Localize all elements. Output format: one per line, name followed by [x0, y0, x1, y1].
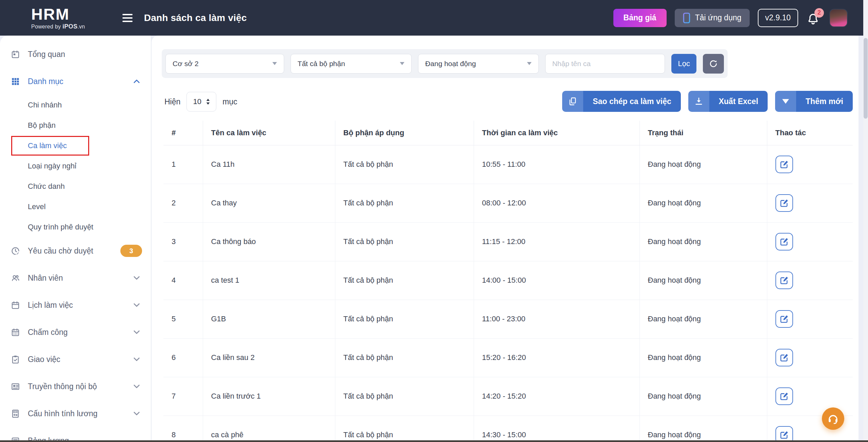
table-row: 4 ca test 1 Tất cả bộ phận 14:00 - 15:00…: [163, 261, 853, 300]
edit-shift-button[interactable]: [775, 272, 793, 289]
column-header-time: Thời gian ca làm việc: [474, 121, 639, 145]
facility-select[interactable]: Cơ sở 2: [165, 54, 284, 74]
table-row: 1 Ca 11h Tất cả bộ phận 10:55 - 11:00 Đa…: [163, 145, 853, 184]
table-row: 5 G1B Tất cả bộ phận 11:00 - 23:00 Đang …: [163, 300, 853, 338]
status-badge: Đang hoạt động: [639, 261, 767, 300]
calendar-icon: [11, 301, 20, 310]
page-size-select[interactable]: 10: [186, 92, 216, 112]
status-badge: Đang hoạt động: [639, 145, 767, 184]
refresh-button[interactable]: [703, 54, 724, 74]
download-app-button[interactable]: Tải ứng dụng: [675, 9, 750, 27]
main-content: Cơ sở 2 Tất cả bộ phận Đang hoạt động Lọ…: [152, 36, 859, 442]
support-fab-button[interactable]: [822, 407, 844, 430]
chevron-down-icon: [133, 357, 140, 361]
status-badge: Đang hoạt động: [639, 300, 767, 338]
sidebar-item-chi-nhanh[interactable]: Chi nhánh: [0, 95, 151, 115]
app-logo[interactable]: HRM Powered by iPOS.vn: [31, 6, 85, 29]
sidebar-item-giao-viec[interactable]: Giao việc: [0, 346, 151, 373]
edit-shift-button[interactable]: [775, 233, 793, 250]
table-row: 6 Ca liền sau 2 Tất cả bộ phận 15:20 - 1…: [163, 338, 853, 377]
sidebar-item-bo-phan[interactable]: Bộ phận: [0, 115, 151, 136]
headset-icon: [827, 413, 839, 425]
sidebar-nav: Tổng quan Danh mục Chi nhánh Bộ phận Ca …: [0, 36, 151, 442]
chevron-down-icon: [133, 330, 140, 334]
pencil-square-icon: [780, 431, 788, 439]
page-size-row: Hiện 10 mục: [164, 92, 237, 112]
sidebar-item-lich-lam-viec[interactable]: Lịch làm việc: [0, 292, 151, 319]
pencil-square-icon: [780, 238, 788, 246]
page-title: Danh sách ca làm việc: [144, 13, 247, 23]
table-row: 2 Ca thay Tất cả bộ phận 08:00 - 12:00 Đ…: [163, 184, 853, 222]
sidebar-item-cham-cong[interactable]: Chấm công: [0, 319, 151, 346]
sidebar-item-nhan-vien[interactable]: Nhân viên: [0, 264, 151, 292]
pencil-square-icon: [780, 199, 788, 207]
scrollbar-thumb[interactable]: [864, 38, 868, 119]
sidebar-item-loai-ngay-nghi[interactable]: Loại ngày nghỉ: [0, 156, 151, 176]
sidebar-item-level[interactable]: Level: [0, 197, 151, 217]
table-header-row: # Tên ca làm việc Bộ phận áp dụng Thời g…: [163, 121, 853, 145]
pencil-square-icon: [780, 392, 788, 400]
table-row: 8 ca cà phê Tất cả bộ phận 14:30 - 15:00…: [163, 416, 853, 442]
user-avatar[interactable]: [829, 9, 848, 27]
sidebar-item-quy-trinh-phe-duyet[interactable]: Quy trình phê duyệt: [0, 217, 151, 237]
chevron-down-icon: [527, 62, 532, 65]
export-excel-button[interactable]: Xuất Excel: [688, 91, 768, 112]
users-icon: [11, 274, 20, 283]
column-header-name: Tên ca làm việc: [203, 121, 335, 145]
status-badge: Đang hoạt động: [639, 184, 767, 222]
sidebar-item-ca-lam-viec[interactable]: Ca làm việc: [0, 136, 151, 156]
table-row: 7 Ca liền trước 1 Tất cả bộ phận 14:20 -…: [163, 377, 853, 416]
notifications-button[interactable]: 2: [806, 9, 821, 26]
calculator-icon: [11, 409, 20, 418]
phone-icon: [683, 13, 690, 23]
add-new-button[interactable]: Thêm mới: [775, 91, 853, 112]
clock-pending-icon: [11, 246, 20, 256]
chevron-down-icon: [133, 303, 140, 307]
screen-bottom-edge: [0, 440, 868, 442]
column-header-actions: Thao tác: [767, 121, 853, 145]
sidebar-item-yeu-cau-cho-duyet[interactable]: Yêu cầu chờ duyệt 3: [0, 237, 151, 264]
sidebar-item-danh-muc[interactable]: Danh mục: [0, 68, 151, 95]
sidebar-item-truyen-thong-noi-bo[interactable]: Truyền thông nội bộ: [0, 373, 151, 400]
shift-name-input[interactable]: [545, 54, 665, 74]
table-actions: Sao chép ca làm việc Xuất Excel Thêm mới: [562, 91, 853, 112]
edit-shift-button[interactable]: [775, 426, 793, 442]
page-scrollbar[interactable]: [863, 0, 868, 442]
clipboard-check-icon: [11, 355, 20, 364]
notification-count-badge: 2: [814, 8, 824, 18]
status-select[interactable]: Đang hoạt động: [418, 54, 539, 74]
pricing-button[interactable]: Bảng giá: [613, 9, 667, 27]
chevron-down-icon: [133, 276, 140, 280]
column-header-department: Bộ phận áp dụng: [335, 121, 474, 145]
sidebar-item-cau-hinh-tinh-luong[interactable]: Cấu hình tính lương: [0, 400, 151, 427]
grid-icon: [11, 77, 20, 86]
edit-shift-button[interactable]: [775, 349, 793, 366]
pencil-square-icon: [780, 160, 788, 168]
chevron-down-icon: [400, 62, 405, 65]
filter-button[interactable]: Lọc: [671, 54, 696, 74]
sidebar-item-tong-quan[interactable]: Tổng quan: [0, 41, 151, 68]
sidebar-item-bang-luong[interactable]: Bảng lương: [0, 427, 151, 442]
filter-panel: Cơ sở 2 Tất cả bộ phận Đang hoạt động Lọ…: [162, 49, 728, 78]
column-header-status: Trạng thái: [639, 121, 767, 145]
status-badge: Đang hoạt động: [639, 222, 767, 261]
edit-shift-button[interactable]: [775, 194, 793, 212]
edit-shift-button[interactable]: [775, 310, 793, 328]
copy-shifts-button[interactable]: Sao chép ca làm việc: [562, 91, 680, 112]
status-badge: Đang hoạt động: [639, 377, 767, 416]
menu-toggle-icon[interactable]: [122, 14, 133, 22]
column-header-index: #: [163, 121, 203, 145]
department-select[interactable]: Tất cả bộ phận: [291, 54, 412, 74]
sidebar-item-chuc-danh[interactable]: Chức danh: [0, 176, 151, 197]
chevron-up-icon: [133, 79, 140, 83]
version-badge: v2.9.10: [758, 9, 798, 27]
calendar-days-icon: [11, 328, 20, 337]
edit-shift-button[interactable]: [775, 387, 793, 405]
pencil-square-icon: [780, 315, 788, 323]
edit-shift-button[interactable]: [775, 156, 793, 173]
spinner-arrows-icon: [206, 99, 210, 105]
chevron-down-icon: [133, 411, 140, 416]
pencil-square-icon: [780, 354, 788, 362]
chevron-down-icon: [272, 62, 277, 65]
caret-down-icon: [775, 91, 796, 112]
